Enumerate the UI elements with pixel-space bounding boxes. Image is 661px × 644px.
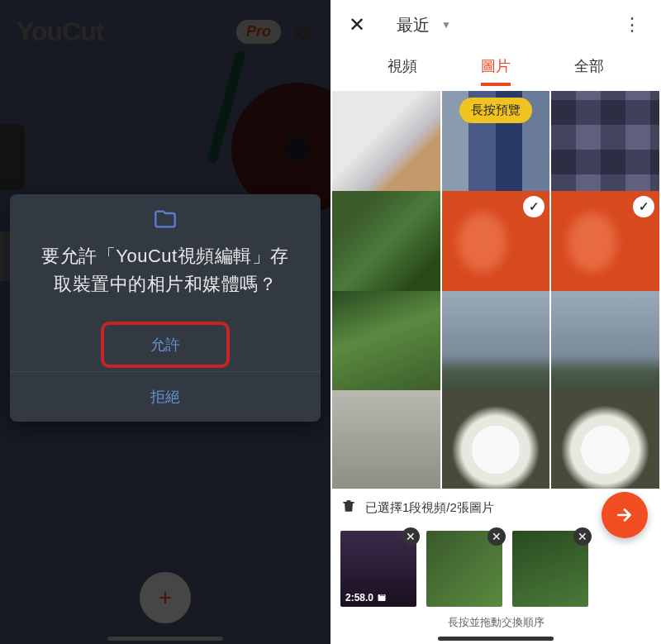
remove-icon[interactable]: ✕ xyxy=(487,527,506,546)
check-icon: ✓ xyxy=(633,196,654,217)
selected-item-video[interactable]: ✕ 2:58.0 xyxy=(340,531,416,607)
trash-icon[interactable] xyxy=(340,498,357,518)
chevron-down-icon: ▼ xyxy=(441,19,451,31)
nav-bar xyxy=(438,637,554,641)
folder-icon xyxy=(10,194,321,231)
thumb-plant-a[interactable] xyxy=(332,191,440,299)
tab-image[interactable]: 圖片 xyxy=(481,56,511,86)
thumbnail-grid: 長按預覽✓✓ xyxy=(330,86,661,489)
thumb-cloud[interactable] xyxy=(332,390,440,489)
selection-strip: ✕ 2:58.0 ✕ ✕ xyxy=(330,526,661,612)
tab-video[interactable]: 視頻 xyxy=(388,56,417,86)
drag-hint: 長按並拖動交換順序 xyxy=(330,612,661,635)
thumb-sky-a[interactable] xyxy=(442,291,550,399)
thumb-plant-b[interactable] xyxy=(332,291,440,399)
thumb-flower-b[interactable] xyxy=(551,390,659,489)
duration-badge: 2:58.0 xyxy=(345,592,387,603)
close-icon[interactable]: ✕ xyxy=(340,8,373,41)
remove-icon[interactable]: ✕ xyxy=(402,527,420,546)
long-press-hint: 長按預覽 xyxy=(459,98,532,123)
thumb-pixel-a[interactable]: 長按預覽 xyxy=(442,91,550,199)
picker-topbar: ✕ 最近 ▼ ⋮ xyxy=(330,0,661,46)
thumb-gundam[interactable] xyxy=(332,91,440,199)
proceed-button[interactable] xyxy=(602,492,648,538)
album-title: 最近 xyxy=(397,14,430,36)
check-icon: ✓ xyxy=(523,196,544,217)
media-picker-screen: ✕ 最近 ▼ ⋮ 視頻 圖片 全部 長按預覽✓✓ 已選擇1段視頻/2張圖片 xyxy=(330,0,661,644)
thumb-pixel-b[interactable] xyxy=(551,91,659,199)
thumb-flower-a[interactable] xyxy=(442,390,550,489)
album-dropdown[interactable]: 最近 ▼ xyxy=(397,14,451,36)
deny-button[interactable]: 拒絕 xyxy=(10,371,321,422)
permission-dialog: 要允許「YouCut視頻編輯」存取裝置中的相片和媒體嗎？ 允許 拒絕 xyxy=(10,194,321,422)
permission-message: 要允許「YouCut視頻編輯」存取裝置中的相片和媒體嗎？ xyxy=(10,231,321,318)
thumb-sky-b[interactable] xyxy=(551,291,659,399)
selected-item-1[interactable]: ✕ xyxy=(426,531,502,607)
more-icon[interactable]: ⋮ xyxy=(613,9,651,41)
thumb-orange-a[interactable]: ✓ xyxy=(442,191,550,299)
remove-icon[interactable]: ✕ xyxy=(573,527,592,546)
tab-all[interactable]: 全部 xyxy=(574,56,604,86)
media-tabs: 視頻 圖片 全部 xyxy=(330,46,661,86)
thumb-orange-b[interactable]: ✓ xyxy=(551,191,659,299)
selected-item-2[interactable]: ✕ xyxy=(512,531,588,607)
selection-text: 已選擇1段視頻/2張圖片 xyxy=(365,500,494,516)
allow-button[interactable]: 允許 xyxy=(101,322,230,368)
youcut-app-screen: YouCut Pro + 要允許「YouCut視頻編輯」存取裝置中的相片和媒體嗎… xyxy=(0,0,330,644)
